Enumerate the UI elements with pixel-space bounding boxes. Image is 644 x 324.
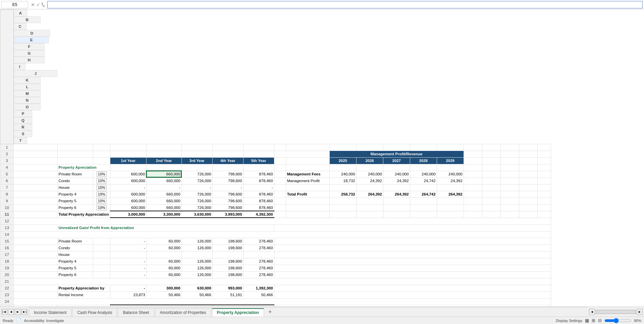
cell-k9[interactable] [329, 198, 356, 204]
tab-scroll-left[interactable]: ◄ [8, 309, 14, 315]
cell-g2[interactable] [212, 151, 243, 157]
cell-h4[interactable] [243, 164, 274, 171]
page-break-icon[interactable]: ⊟ [598, 318, 602, 323]
hscroll-left[interactable]: ◄ [589, 309, 595, 315]
cell-g5[interactable]: 798,600 [212, 171, 243, 177]
cell-n4[interactable] [410, 164, 437, 171]
add-sheet-button[interactable]: + [266, 308, 274, 316]
cell-q4[interactable] [482, 164, 500, 171]
cell-r6[interactable] [500, 177, 519, 184]
tab-balance-sheet[interactable]: Balance Sheet [118, 308, 154, 317]
cell-q2[interactable] [482, 151, 500, 157]
cell-l9[interactable] [356, 198, 383, 204]
cell-r9[interactable] [500, 198, 519, 204]
cell-q7[interactable] [482, 184, 500, 191]
cell-h7[interactable]: - [243, 184, 274, 191]
cell-a2[interactable] [14, 151, 58, 157]
cell-s2[interactable] [519, 151, 537, 157]
cell-r11[interactable] [500, 211, 519, 218]
cell-e8[interactable]: 660,000 [146, 191, 181, 198]
col-header-c[interactable]: C [14, 23, 26, 30]
hscroll-right[interactable]: ► [637, 309, 643, 315]
cell-e5-selected[interactable]: 660,000 [146, 171, 181, 177]
col-header-e[interactable]: E [14, 37, 49, 43]
cell-h9[interactable]: 878,460 [243, 198, 274, 204]
cell-m7[interactable] [383, 184, 410, 191]
cell-o9[interactable] [437, 198, 464, 204]
cell-s4[interactable] [519, 164, 537, 171]
cell-d1[interactable] [110, 144, 146, 151]
cell-t11[interactable] [537, 211, 551, 218]
cell-m1[interactable] [383, 144, 410, 151]
cell-s3[interactable] [519, 157, 537, 164]
cell-c6-pct[interactable] [93, 177, 110, 184]
cell-k10[interactable] [329, 204, 356, 211]
cell-s8[interactable] [519, 191, 537, 198]
cell-p8[interactable] [464, 191, 482, 198]
cell-f1[interactable] [181, 144, 212, 151]
cell-q6[interactable] [482, 177, 500, 184]
cell-f8[interactable]: 726,000 [181, 191, 212, 198]
cell-j1[interactable] [286, 144, 329, 151]
cell-a5[interactable] [14, 171, 58, 177]
cell-l11[interactable] [356, 211, 383, 218]
cell-f7[interactable]: - [181, 184, 212, 191]
cell-j10[interactable] [286, 204, 329, 211]
accessibility-label[interactable]: Accessibility: Investigate [24, 319, 64, 323]
cell-s1[interactable] [519, 144, 537, 151]
cell-h5[interactable]: 878,460 [243, 171, 274, 177]
cell-d9[interactable]: 600,000 [110, 198, 146, 204]
cell-d7[interactable]: - [110, 184, 146, 191]
cell-i3[interactable] [274, 157, 286, 164]
cell-e4[interactable] [146, 164, 181, 171]
cell-p11[interactable] [464, 211, 482, 218]
cell-t2[interactable] [537, 151, 551, 157]
cell-n11[interactable] [410, 211, 437, 218]
display-settings[interactable]: Display Settings [556, 319, 582, 323]
cell-o10[interactable] [437, 204, 464, 211]
cell-b1[interactable] [57, 144, 93, 151]
cell-e2[interactable] [146, 151, 181, 157]
cell-q3[interactable] [482, 157, 500, 164]
cell-d2[interactable] [110, 151, 146, 157]
cell-n9[interactable] [410, 198, 437, 204]
cell-d5[interactable]: 600,000 [110, 171, 146, 177]
cell-i1[interactable] [274, 144, 286, 151]
cell-h1[interactable] [243, 144, 274, 151]
tab-income-statement[interactable]: Income Statement [29, 308, 71, 317]
cell-a11[interactable] [14, 211, 58, 218]
cell-m10[interactable] [383, 204, 410, 211]
cell-t3[interactable] [537, 157, 551, 164]
cell-q11[interactable] [482, 211, 500, 218]
cell-f6[interactable]: 726,000 [181, 177, 212, 184]
cell-l1[interactable] [356, 144, 383, 151]
cell-o4[interactable] [437, 164, 464, 171]
cell-m9[interactable] [383, 198, 410, 204]
cell-p7[interactable] [464, 184, 482, 191]
cell-t6[interactable] [537, 177, 551, 184]
cell-q10[interactable] [482, 204, 500, 211]
cell-i11[interactable] [274, 211, 286, 218]
col-header-q[interactable]: Q [14, 117, 32, 124]
cell-ij2[interactable] [274, 151, 329, 157]
cell-i9[interactable] [274, 198, 286, 204]
cell-h6[interactable]: 878,460 [243, 177, 274, 184]
cell-t4[interactable] [537, 164, 551, 171]
cell-e7[interactable]: - [146, 184, 181, 191]
col-header-p[interactable]: P [14, 110, 32, 117]
cell-k11[interactable] [329, 211, 356, 218]
cell-s6[interactable] [519, 177, 537, 184]
cell-a9[interactable] [14, 198, 58, 204]
cell-q1[interactable] [482, 144, 500, 151]
cell-c1[interactable] [93, 144, 110, 151]
horizontal-scrollbar[interactable] [596, 310, 636, 314]
cell-a4[interactable] [14, 164, 58, 171]
cell-g10[interactable]: 798,600 [212, 204, 243, 211]
cell-r4[interactable] [500, 164, 519, 171]
cell-e9[interactable]: 660,000 [146, 198, 181, 204]
cell-p6[interactable] [464, 177, 482, 184]
cell-f5[interactable]: 726,000 [181, 171, 212, 177]
cell-a8[interactable] [14, 191, 58, 198]
cell-j4[interactable] [286, 164, 329, 171]
cell-j7[interactable] [286, 184, 329, 191]
